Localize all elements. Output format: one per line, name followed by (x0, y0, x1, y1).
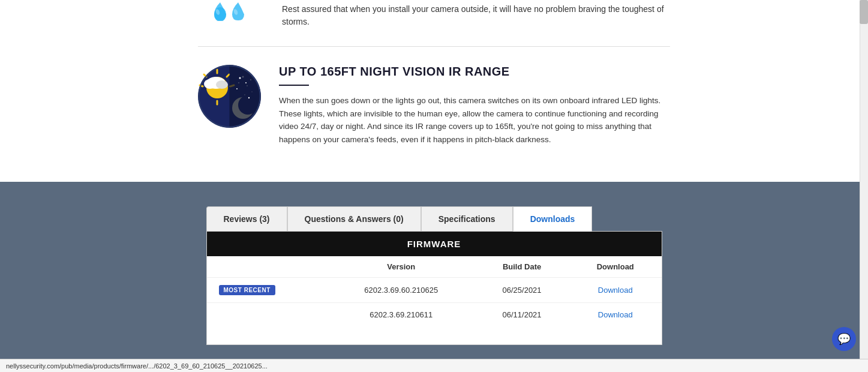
firmware-table-header-row: Version Build Date Download (207, 256, 662, 278)
firmware-row-2-name (207, 303, 328, 327)
svg-point-26 (236, 88, 238, 89)
night-vision-description: When the sun goes down or the lights go … (279, 94, 670, 146)
firmware-table: Version Build Date Download MOST RECENT … (207, 256, 662, 326)
download-link-2[interactable]: Download (598, 310, 633, 319)
svg-point-22 (204, 79, 216, 89)
firmware-row-1-download[interactable]: Download (569, 278, 661, 303)
firmware-row-1-version: 6202.3.69.60.210625 (328, 278, 474, 303)
tab-qa[interactable]: Questions & Answers (0) (287, 206, 421, 232)
firmware-row-2-date: 06/11/2021 (474, 303, 569, 327)
night-vision-content: UP TO 165FT NIGHT VISION IR RANGE When t… (279, 65, 670, 146)
section-divider (198, 46, 670, 47)
tabs-container: Reviews (3) Questions & Answers (0) Spec… (206, 206, 662, 345)
night-vision-title: UP TO 165FT NIGHT VISION IR RANGE (279, 65, 670, 79)
water-drops-icon (204, 0, 258, 21)
night-vision-image (198, 65, 261, 130)
title-underline (279, 85, 309, 86)
tab-downloads[interactable]: Downloads (513, 206, 593, 232)
bottom-section: Reviews (3) Questions & Answers (0) Spec… (0, 182, 868, 372)
col-build-date: Build Date (474, 256, 569, 278)
svg-point-25 (245, 82, 247, 83)
chat-icon: 💬 (837, 332, 851, 346)
col-download: Download (569, 256, 661, 278)
weatherproof-description: Rest assured that when you install your … (282, 0, 670, 28)
most-recent-badge: MOST RECENT (219, 285, 275, 295)
tabs-row: Reviews (3) Questions & Answers (0) Spec… (206, 206, 662, 231)
table-row: MOST RECENT 6202.3.69.60.210625 06/25/20… (207, 278, 662, 303)
svg-point-23 (216, 80, 228, 89)
firmware-header: FIRMWARE (207, 232, 662, 256)
download-link-1[interactable]: Download (598, 286, 633, 295)
status-bar-url: nellyssecurity.com/pub/media/products/fi… (6, 362, 268, 370)
chat-bubble-button[interactable]: 💬 (832, 327, 856, 351)
firmware-row-2-download[interactable]: Download (569, 303, 661, 327)
table-row: 6202.3.69.210611 06/11/2021 Download (207, 303, 662, 327)
col-version: Version (328, 256, 474, 278)
scrollbar[interactable] (860, 0, 868, 372)
svg-point-24 (239, 77, 241, 79)
firmware-row-1-date: 06/25/2021 (474, 278, 569, 303)
scrollbar-thumb[interactable] (860, 0, 868, 24)
svg-point-27 (248, 97, 250, 98)
tab-reviews[interactable]: Reviews (3) (206, 206, 287, 232)
tab-specifications[interactable]: Specifications (421, 206, 513, 232)
tab-content-downloads: FIRMWARE Version Build Date Download MOS… (206, 231, 662, 345)
col-name (207, 256, 328, 278)
status-bar: nellyssecurity.com/pub/media/products/fi… (0, 359, 868, 372)
firmware-row-2-version: 6202.3.69.210611 (328, 303, 474, 327)
firmware-row-1-name: MOST RECENT (207, 278, 328, 303)
